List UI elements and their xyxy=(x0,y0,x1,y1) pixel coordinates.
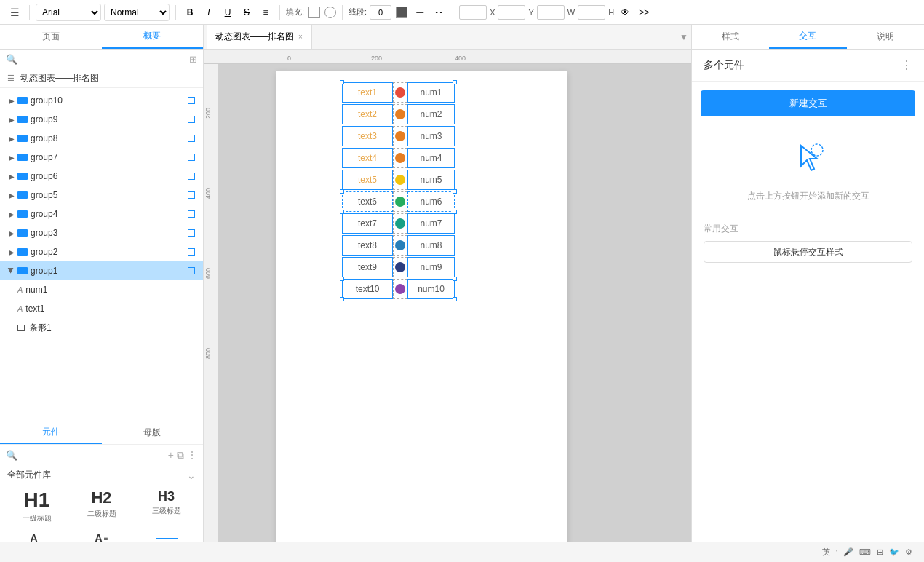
bold-button[interactable]: B xyxy=(182,4,198,20)
component-h2[interactable]: H2 二级标题 xyxy=(72,490,131,523)
expand-icon[interactable]: ▶ xyxy=(6,151,17,163)
layer-group1[interactable]: ▶ group1 xyxy=(0,261,203,280)
tab-masters[interactable]: 母版 xyxy=(102,422,204,444)
layer-shape1[interactable]: 条形1 xyxy=(0,318,203,337)
expand-icon[interactable]: ▶ xyxy=(6,170,17,182)
layer-text1[interactable]: A text1 xyxy=(0,299,203,318)
new-interaction-button[interactable]: 新建交互 xyxy=(701,90,915,116)
library-expand-icon[interactable]: ⌄ xyxy=(187,470,196,481)
component-h1[interactable]: H1 一级标题 xyxy=(7,490,66,523)
status-lang[interactable]: 英 xyxy=(822,547,830,558)
canvas-tab-close[interactable]: × xyxy=(298,33,303,41)
stroke-style-2[interactable]: - - xyxy=(431,4,447,20)
expand-icon[interactable]: ▶ xyxy=(6,95,17,106)
status-icon2[interactable]: 🐦 xyxy=(889,547,899,557)
fill-circle[interactable] xyxy=(324,7,336,18)
stroke-style-1[interactable]: — xyxy=(412,4,428,20)
num-box-5: num5 xyxy=(407,170,455,190)
canvas-scroll[interactable]: text1 num1 text2 xyxy=(218,64,691,562)
tab-style[interactable]: 样式 xyxy=(692,25,769,49)
h-value-input[interactable] xyxy=(578,5,605,20)
handle-6-tr[interactable] xyxy=(453,189,457,194)
separator-5 xyxy=(453,5,453,20)
layer-group7[interactable]: ▶ group7 xyxy=(0,148,203,167)
layer-group10[interactable]: ▶ group10 xyxy=(0,91,203,110)
handle-10-tr[interactable] xyxy=(453,277,457,281)
status-icon3[interactable]: ⚙ xyxy=(905,547,912,557)
right-menu-icon[interactable]: ⋮ xyxy=(901,58,912,72)
folder-icon xyxy=(17,247,28,257)
layer-group2[interactable]: ▶ group2 xyxy=(0,242,203,261)
layer-group4[interactable]: ▶ group4 xyxy=(0,205,203,223)
num-box-8: num8 xyxy=(407,235,455,256)
tab-outline[interactable]: 概要 xyxy=(102,25,204,49)
h1-icon: H1 xyxy=(24,490,50,510)
more-element-icon[interactable]: ⋮ xyxy=(187,449,197,462)
fill-empty-box[interactable] xyxy=(308,7,320,18)
expand-icon[interactable]: ▶ xyxy=(6,114,17,125)
tab-interaction[interactable]: 交互 xyxy=(769,25,846,49)
layer-group6[interactable]: ▶ group6 xyxy=(0,167,203,186)
tab-elements[interactable]: 元件 xyxy=(0,422,102,444)
x-value-input[interactable]: 228 xyxy=(459,5,487,20)
expand-icon[interactable]: ▶ xyxy=(6,227,17,239)
handle-6-tl[interactable] xyxy=(340,189,344,194)
tab-description[interactable]: 说明 xyxy=(847,25,924,49)
text-type-icon: A xyxy=(17,304,23,313)
expand-icon[interactable]: ▶ xyxy=(6,132,17,144)
left-panel: 页面 概要 🔍 ⊞ ☰ 动态图表——排名图 ▶ group10 ▶ xyxy=(0,25,204,562)
filter-icon[interactable]: ⊞ xyxy=(189,54,197,65)
layer-group3[interactable]: ▶ group3 xyxy=(0,223,203,242)
handle-6-bl[interactable] xyxy=(340,210,344,214)
layer-group8[interactable]: ▶ group8 xyxy=(0,129,203,148)
canvas-more-tabs[interactable]: ▼ xyxy=(677,32,691,42)
font-weight-select[interactable]: Normal xyxy=(104,4,170,21)
handle-10-tl[interactable] xyxy=(340,277,344,281)
expand-icon[interactable]: ▶ xyxy=(6,208,17,220)
expand-icon[interactable]: ▶ xyxy=(6,265,17,277)
stroke-value-input[interactable] xyxy=(370,5,391,20)
vis-icon-group1 xyxy=(186,265,197,277)
expand-icon[interactable]: ▶ xyxy=(6,189,17,201)
handle-tl[interactable] xyxy=(340,80,344,84)
tab-page[interactable]: 页面 xyxy=(0,25,102,49)
handle-tr[interactable] xyxy=(453,80,457,84)
list-button[interactable]: ≡ xyxy=(258,4,274,20)
ruler-vmark-600: 600 xyxy=(204,268,212,279)
right-tabs: 样式 交互 说明 xyxy=(692,25,924,50)
dot-3 xyxy=(395,131,405,141)
italic-button[interactable]: I xyxy=(201,4,217,20)
status-grid[interactable]: ⊞ xyxy=(877,547,883,557)
status-mic[interactable]: 🎤 xyxy=(843,547,853,557)
font-family-select[interactable]: Arial xyxy=(36,4,101,21)
layer-label-group4: group4 xyxy=(31,209,186,219)
chart-row-2: text2 num2 xyxy=(342,104,455,124)
handle-10-br[interactable] xyxy=(453,297,457,301)
underline-button[interactable]: U xyxy=(220,4,236,20)
layer-num1[interactable]: A num1 xyxy=(0,280,203,299)
menu-icon[interactable]: ☰ xyxy=(6,4,23,21)
y-value-input[interactable]: 218 xyxy=(498,5,525,20)
canvas-tab-active[interactable]: 动态图表——排名图 × xyxy=(207,25,312,49)
canvas-tab-title: 动态图表——排名图 xyxy=(215,31,294,43)
add-element-icon[interactable]: + xyxy=(168,449,174,462)
more-button[interactable]: >> xyxy=(636,4,652,20)
status-keyboard[interactable]: ⌨ xyxy=(859,547,871,557)
copy-element-icon[interactable]: ⧉ xyxy=(177,449,184,462)
component-h3[interactable]: H3 三级标题 xyxy=(137,490,196,523)
layer-group5[interactable]: ▶ group5 xyxy=(0,186,203,205)
text-box-6: text6 xyxy=(342,191,393,212)
stroke-color-box[interactable] xyxy=(396,7,407,18)
expand-icon[interactable]: ▶ xyxy=(6,246,17,258)
vis-icon-group2 xyxy=(186,246,197,258)
hover-interaction-button[interactable]: 鼠标悬停交互样式 xyxy=(704,241,912,263)
chart-row-9: text9 num9 xyxy=(342,257,455,277)
layer-group9[interactable]: ▶ group9 xyxy=(0,110,203,129)
num-box-4: num4 xyxy=(407,148,455,168)
handle-6-br[interactable] xyxy=(453,210,457,214)
handle-10-bl[interactable] xyxy=(340,297,344,301)
visibility-button[interactable]: 👁 xyxy=(617,4,633,20)
dot-8 xyxy=(395,240,405,250)
strikethrough-button[interactable]: S xyxy=(239,4,255,20)
w-value-input[interactable]: 410 xyxy=(537,5,565,20)
